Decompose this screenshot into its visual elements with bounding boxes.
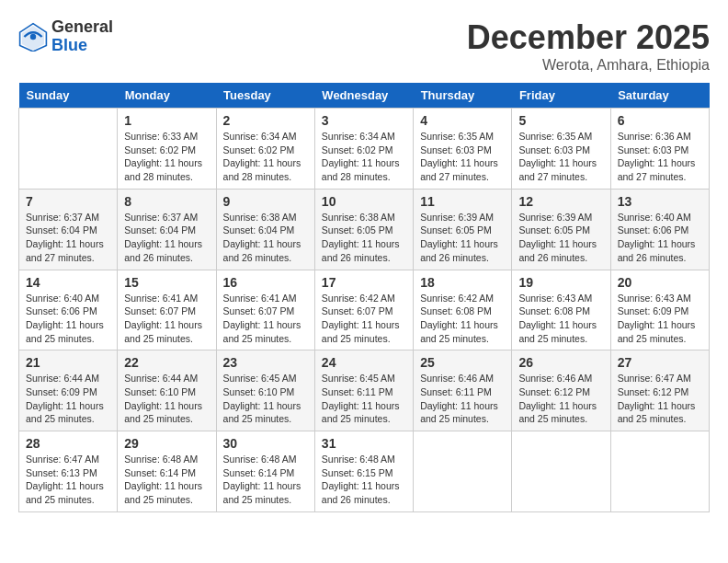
day-number: 25 — [420, 355, 505, 370]
day-detail: Sunrise: 6:34 AM Sunset: 6:02 PM Dayligh… — [223, 130, 308, 184]
day-detail: Sunrise: 6:37 AM Sunset: 6:04 PM Dayligh… — [26, 211, 110, 265]
day-number: 13 — [618, 194, 702, 209]
day-detail: Sunrise: 6:41 AM Sunset: 6:07 PM Dayligh… — [124, 292, 209, 346]
day-cell — [610, 431, 709, 512]
day-cell — [414, 431, 512, 512]
day-cell: 29Sunrise: 6:48 AM Sunset: 6:14 PM Dayli… — [118, 431, 216, 512]
weekday-header-friday: Friday — [512, 83, 610, 109]
day-detail: Sunrise: 6:37 AM Sunset: 6:04 PM Dayligh… — [124, 211, 209, 265]
day-cell: 20Sunrise: 6:43 AM Sunset: 6:09 PM Dayli… — [610, 270, 709, 350]
day-cell: 27Sunrise: 6:47 AM Sunset: 6:12 PM Dayli… — [610, 350, 709, 431]
day-detail: Sunrise: 6:44 AM Sunset: 6:09 PM Dayligh… — [26, 372, 110, 426]
page-header: General Blue December 2025 Werota, Amhar… — [18, 18, 710, 74]
weekday-header-row: SundayMondayTuesdayWednesdayThursdayFrid… — [19, 83, 710, 109]
day-cell: 18Sunrise: 6:42 AM Sunset: 6:08 PM Dayli… — [414, 270, 512, 350]
day-number: 22 — [124, 355, 209, 370]
weekday-header-sunday: Sunday — [19, 83, 118, 109]
location-subtitle: Werota, Amhara, Ethiopia — [467, 57, 710, 74]
day-number: 19 — [518, 275, 603, 290]
day-cell: 11Sunrise: 6:39 AM Sunset: 6:05 PM Dayli… — [414, 189, 512, 270]
day-detail: Sunrise: 6:41 AM Sunset: 6:07 PM Dayligh… — [223, 292, 308, 346]
day-detail: Sunrise: 6:46 AM Sunset: 6:11 PM Dayligh… — [420, 372, 505, 426]
day-number: 1 — [124, 113, 209, 128]
day-number: 12 — [518, 194, 603, 209]
day-cell: 19Sunrise: 6:43 AM Sunset: 6:08 PM Dayli… — [512, 270, 610, 350]
day-detail: Sunrise: 6:48 AM Sunset: 6:14 PM Dayligh… — [223, 453, 308, 507]
day-number: 8 — [124, 194, 209, 209]
weekday-header-saturday: Saturday — [610, 83, 709, 109]
day-cell: 3Sunrise: 6:34 AM Sunset: 6:02 PM Daylig… — [314, 109, 413, 190]
day-cell: 15Sunrise: 6:41 AM Sunset: 6:07 PM Dayli… — [118, 270, 216, 350]
day-detail: Sunrise: 6:40 AM Sunset: 6:06 PM Dayligh… — [26, 292, 110, 346]
day-detail: Sunrise: 6:34 AM Sunset: 6:02 PM Dayligh… — [322, 130, 406, 184]
day-number: 17 — [322, 275, 406, 290]
day-number: 6 — [618, 113, 702, 128]
weekday-header-monday: Monday — [118, 83, 216, 109]
day-cell: 31Sunrise: 6:48 AM Sunset: 6:15 PM Dayli… — [314, 431, 413, 512]
day-number: 31 — [322, 436, 406, 451]
day-cell: 8Sunrise: 6:37 AM Sunset: 6:04 PM Daylig… — [118, 189, 216, 270]
day-cell: 6Sunrise: 6:36 AM Sunset: 6:03 PM Daylig… — [610, 109, 709, 190]
day-number: 4 — [420, 113, 505, 128]
day-number: 2 — [223, 113, 308, 128]
week-row-3: 14Sunrise: 6:40 AM Sunset: 6:06 PM Dayli… — [19, 270, 710, 350]
week-row-4: 21Sunrise: 6:44 AM Sunset: 6:09 PM Dayli… — [19, 350, 710, 431]
day-cell: 4Sunrise: 6:35 AM Sunset: 6:03 PM Daylig… — [414, 109, 512, 190]
day-number: 28 — [26, 436, 110, 451]
day-detail: Sunrise: 6:39 AM Sunset: 6:05 PM Dayligh… — [420, 211, 505, 265]
weekday-header-tuesday: Tuesday — [216, 83, 314, 109]
logo-icon — [18, 22, 48, 52]
day-cell: 10Sunrise: 6:38 AM Sunset: 6:05 PM Dayli… — [314, 189, 413, 270]
day-detail: Sunrise: 6:42 AM Sunset: 6:08 PM Dayligh… — [420, 292, 505, 346]
day-cell: 1Sunrise: 6:33 AM Sunset: 6:02 PM Daylig… — [118, 109, 216, 190]
day-cell: 13Sunrise: 6:40 AM Sunset: 6:06 PM Dayli… — [610, 189, 709, 270]
day-detail: Sunrise: 6:43 AM Sunset: 6:09 PM Dayligh… — [618, 292, 702, 346]
day-cell: 9Sunrise: 6:38 AM Sunset: 6:04 PM Daylig… — [216, 189, 314, 270]
day-number: 16 — [223, 275, 308, 290]
day-cell: 14Sunrise: 6:40 AM Sunset: 6:06 PM Dayli… — [19, 270, 118, 350]
weekday-header-wednesday: Wednesday — [314, 83, 413, 109]
day-cell: 22Sunrise: 6:44 AM Sunset: 6:10 PM Dayli… — [118, 350, 216, 431]
day-cell: 5Sunrise: 6:35 AM Sunset: 6:03 PM Daylig… — [512, 109, 610, 190]
day-detail: Sunrise: 6:48 AM Sunset: 6:15 PM Dayligh… — [322, 453, 406, 507]
day-detail: Sunrise: 6:44 AM Sunset: 6:10 PM Dayligh… — [124, 372, 209, 426]
day-cell — [19, 109, 118, 190]
day-detail: Sunrise: 6:33 AM Sunset: 6:02 PM Dayligh… — [124, 130, 209, 184]
day-detail: Sunrise: 6:47 AM Sunset: 6:12 PM Dayligh… — [618, 372, 702, 426]
day-cell: 28Sunrise: 6:47 AM Sunset: 6:13 PM Dayli… — [19, 431, 118, 512]
day-number: 21 — [26, 355, 110, 370]
svg-point-2 — [30, 34, 36, 40]
day-detail: Sunrise: 6:36 AM Sunset: 6:03 PM Dayligh… — [618, 130, 702, 184]
day-detail: Sunrise: 6:40 AM Sunset: 6:06 PM Dayligh… — [618, 211, 702, 265]
week-row-2: 7Sunrise: 6:37 AM Sunset: 6:04 PM Daylig… — [19, 189, 710, 270]
day-cell: 2Sunrise: 6:34 AM Sunset: 6:02 PM Daylig… — [216, 109, 314, 190]
day-detail: Sunrise: 6:35 AM Sunset: 6:03 PM Dayligh… — [420, 130, 505, 184]
day-cell: 17Sunrise: 6:42 AM Sunset: 6:07 PM Dayli… — [314, 270, 413, 350]
day-cell: 12Sunrise: 6:39 AM Sunset: 6:05 PM Dayli… — [512, 189, 610, 270]
day-cell: 30Sunrise: 6:48 AM Sunset: 6:14 PM Dayli… — [216, 431, 314, 512]
day-number: 3 — [322, 113, 406, 128]
day-detail: Sunrise: 6:48 AM Sunset: 6:14 PM Dayligh… — [124, 453, 209, 507]
day-number: 18 — [420, 275, 505, 290]
day-detail: Sunrise: 6:35 AM Sunset: 6:03 PM Dayligh… — [518, 130, 603, 184]
day-cell: 25Sunrise: 6:46 AM Sunset: 6:11 PM Dayli… — [414, 350, 512, 431]
day-cell: 7Sunrise: 6:37 AM Sunset: 6:04 PM Daylig… — [19, 189, 118, 270]
day-number: 15 — [124, 275, 209, 290]
day-number: 20 — [618, 275, 702, 290]
week-row-1: 1Sunrise: 6:33 AM Sunset: 6:02 PM Daylig… — [19, 109, 710, 190]
day-detail: Sunrise: 6:45 AM Sunset: 6:10 PM Dayligh… — [223, 372, 308, 426]
day-number: 29 — [124, 436, 209, 451]
weekday-header-thursday: Thursday — [414, 83, 512, 109]
month-title: December 2025 — [467, 18, 710, 57]
day-number: 9 — [223, 194, 308, 209]
day-detail: Sunrise: 6:39 AM Sunset: 6:05 PM Dayligh… — [518, 211, 603, 265]
day-number: 30 — [223, 436, 308, 451]
calendar-table: SundayMondayTuesdayWednesdayThursdayFrid… — [18, 83, 710, 512]
day-number: 23 — [223, 355, 308, 370]
week-row-5: 28Sunrise: 6:47 AM Sunset: 6:13 PM Dayli… — [19, 431, 710, 512]
day-cell: 26Sunrise: 6:46 AM Sunset: 6:12 PM Dayli… — [512, 350, 610, 431]
day-number: 10 — [322, 194, 406, 209]
day-number: 26 — [518, 355, 603, 370]
day-number: 11 — [420, 194, 505, 209]
logo-text: General Blue — [51, 18, 113, 55]
